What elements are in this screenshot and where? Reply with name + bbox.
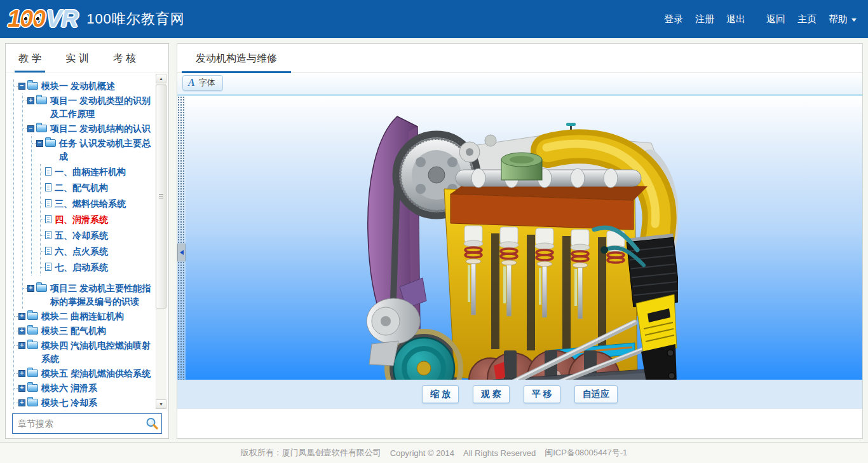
expand-icon[interactable]: + xyxy=(27,285,34,292)
sidebar-tabs: 教 学实 训考 核 xyxy=(6,44,168,73)
tree-item[interactable]: 三、燃料供给系统 xyxy=(41,196,154,212)
tab-engine-course[interactable]: 发动机构造与维修 xyxy=(182,44,291,73)
nav-link-返回[interactable]: 返回 xyxy=(766,13,785,25)
tree-item[interactable]: +项目一 发动机类型的识别及工作原理 xyxy=(23,93,154,121)
viewer-3d-canvas[interactable]: 缩 放观 察平 移自适应 xyxy=(177,94,862,409)
tree-item[interactable]: 五、冷却系统 xyxy=(41,228,154,244)
tree-connector xyxy=(23,122,27,129)
tree-connector xyxy=(41,213,44,220)
chevron-left-icon xyxy=(180,250,184,255)
tree-item[interactable]: 四、润滑系统 xyxy=(41,212,154,228)
tree-item-label: 四、润滑系统 xyxy=(55,213,108,226)
site-logo[interactable]: 100 VR xyxy=(8,6,78,32)
expand-icon[interactable]: + xyxy=(18,342,25,349)
collapse-icon[interactable]: − xyxy=(36,140,43,147)
scroll-down-button[interactable]: ▼ xyxy=(156,399,166,409)
font-button[interactable]: A 字体 xyxy=(182,75,223,91)
collapse-icon[interactable]: − xyxy=(18,83,25,90)
document-icon xyxy=(45,199,51,207)
tree-connector xyxy=(41,181,44,188)
tree-item-label: 五、冷却系统 xyxy=(55,229,108,242)
document-icon xyxy=(45,183,51,191)
tree-connector xyxy=(14,396,18,403)
sidebar-splitter[interactable] xyxy=(177,96,186,409)
tree-children: −任务 认识发动机主要总成一、曲柄连杆机构二、配气机构三、燃料供给系统四、润滑系… xyxy=(31,136,154,275)
tree-item[interactable]: 一、曲柄连杆机构 xyxy=(41,164,154,180)
tree-item[interactable]: +项目三 发动机主要性能指标的掌握及编号的识读 xyxy=(23,281,154,309)
tree-connector xyxy=(32,137,36,144)
tree-scrollbar[interactable]: ▲ ▼ xyxy=(156,74,166,409)
footer-text: 版权所有：厦门凤凰创壹软件有限公司 xyxy=(241,447,381,459)
nav-link-帮助[interactable]: 帮助 xyxy=(829,13,857,25)
sidebar-tab-教学[interactable]: 教 学 xyxy=(18,44,41,73)
document-icon xyxy=(45,231,51,239)
folder-icon xyxy=(27,312,38,320)
observe-button[interactable]: 观 察 xyxy=(473,385,510,403)
tree-item[interactable]: 二、配气机构 xyxy=(41,180,154,196)
footer-text: All Rights Reserved xyxy=(463,448,536,458)
tree-connector xyxy=(41,197,44,204)
logo-eye-icon xyxy=(23,14,29,22)
nav-link-登录[interactable]: 登录 xyxy=(664,13,683,25)
expand-icon[interactable]: + xyxy=(27,97,34,104)
page: 100 VR 100唯尔教育网 登录注册退出返回主页帮助 教 学实 训考 核 −… xyxy=(0,0,868,463)
tree-item[interactable]: +模块二 曲柄连缸机构 xyxy=(14,309,154,324)
sidebar-tab-实训[interactable]: 实 训 xyxy=(65,44,88,73)
scroll-up-button[interactable]: ▲ xyxy=(156,74,166,83)
folder-icon xyxy=(27,327,38,335)
expand-icon[interactable]: + xyxy=(18,385,25,392)
folder-icon xyxy=(27,384,38,392)
viewer-controlbar: 缩 放观 察平 移自适应 xyxy=(177,380,862,409)
tree-item-label: 一、曲柄连杆机构 xyxy=(55,165,126,179)
tree-item[interactable]: 六、点火系统 xyxy=(41,244,154,259)
main-panel: 发动机构造与维修 A 字体 xyxy=(177,43,863,439)
tree-item[interactable]: +模块四 汽油机电控燃油喷射系统 xyxy=(14,338,154,366)
tree-connector xyxy=(23,282,27,289)
tree-item[interactable]: −项目二 发动机结构的认识 xyxy=(23,121,154,136)
header-nav: 登录注册退出返回主页帮助 xyxy=(664,13,868,25)
collapse-icon[interactable]: − xyxy=(27,125,34,132)
expand-icon[interactable]: + xyxy=(18,370,25,377)
tree-item-label: 项目二 发动机结构的认识 xyxy=(50,122,151,135)
font-button-label: 字体 xyxy=(199,77,215,88)
fit-button[interactable]: 自适应 xyxy=(574,385,618,403)
scrollbar-thumb[interactable] xyxy=(156,85,166,308)
collapse-sidebar-button[interactable] xyxy=(177,244,186,261)
folder-icon xyxy=(27,342,38,349)
footer-text: 闽ICP备08005447号-1 xyxy=(545,447,627,459)
expand-icon[interactable]: + xyxy=(18,313,25,320)
expand-icon[interactable]: + xyxy=(18,399,25,406)
zoom-button[interactable]: 缩 放 xyxy=(422,385,459,403)
nav-link-退出[interactable]: 退出 xyxy=(726,13,745,25)
pan-button[interactable]: 平 移 xyxy=(524,385,560,403)
folder-icon xyxy=(36,125,47,132)
site-title: 100唯尔教育网 xyxy=(86,10,185,29)
sidebar-tab-考核[interactable]: 考 核 xyxy=(113,44,136,73)
tree-item-label: 模块五 柴油机燃油供给系统 xyxy=(41,367,151,380)
tree-connector xyxy=(41,245,44,252)
expand-icon[interactable]: + xyxy=(18,328,25,335)
tree-item[interactable]: +模块七 冷却系 xyxy=(14,396,154,410)
tree-connector xyxy=(14,339,18,346)
tree-item-label: 任务 认识发动机主要总成 xyxy=(59,137,154,163)
tree-item-label: 模块六 润滑系 xyxy=(41,382,97,395)
search-icon xyxy=(145,417,159,431)
tree-item[interactable]: +模块六 润滑系 xyxy=(14,381,154,396)
chevron-down-icon xyxy=(851,18,857,22)
main-tabbar: 发动机构造与维修 xyxy=(177,44,862,73)
tree-connector xyxy=(14,79,18,86)
search-button[interactable] xyxy=(142,414,161,433)
tree-item[interactable]: +模块五 柴油机燃油供给系统 xyxy=(14,366,154,381)
nav-link-主页[interactable]: 主页 xyxy=(797,13,817,25)
tree-item[interactable]: +模块三 配气机构 xyxy=(14,324,154,338)
nav-link-注册[interactable]: 注册 xyxy=(695,13,714,25)
tree-item-label: 三、燃料供给系统 xyxy=(55,197,126,211)
tree-item[interactable]: 七、启动系统 xyxy=(41,259,154,275)
tree-item[interactable]: −模块一 发动机概述 xyxy=(14,79,154,93)
footer-text: Copyright © 2014 xyxy=(390,448,454,458)
tree-item-label: 模块三 配气机构 xyxy=(41,324,106,338)
tree-item[interactable]: −任务 认识发动机主要总成 xyxy=(32,136,154,164)
tree-item-label: 模块一 发动机概述 xyxy=(41,79,115,93)
search-input[interactable] xyxy=(13,418,142,429)
folder-icon xyxy=(45,139,56,147)
